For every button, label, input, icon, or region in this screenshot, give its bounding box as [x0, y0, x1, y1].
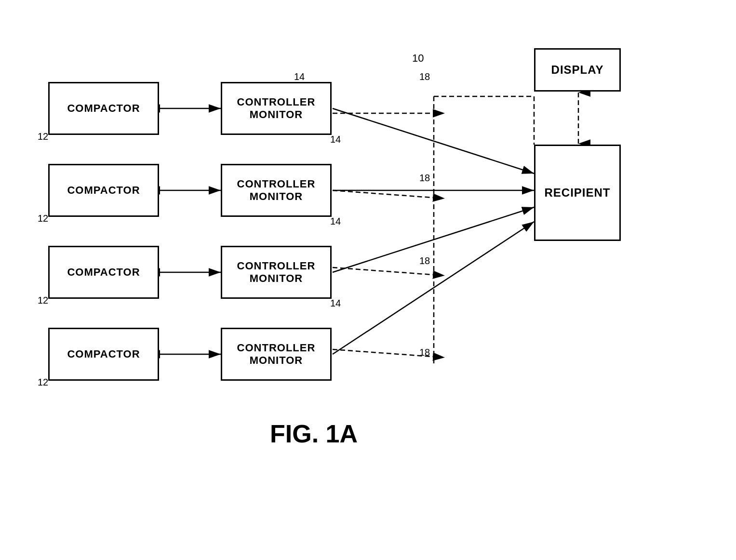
- compactor-2: COMPACTOR: [48, 164, 159, 217]
- display-box: DISPLAY: [534, 48, 621, 92]
- label-12-4: 12: [38, 377, 48, 388]
- recipient-box: RECIPIENT: [534, 145, 621, 241]
- label-18-3: 18: [419, 255, 430, 267]
- label-14-3: 14: [330, 216, 341, 227]
- label-14-2: 14: [330, 134, 341, 145]
- svg-line-18: [333, 190, 433, 198]
- svg-line-15: [333, 222, 534, 354]
- controller-1: CONTROLLER MONITOR: [221, 82, 332, 135]
- controller-2: CONTROLLER MONITOR: [221, 164, 332, 217]
- label-12-3: 12: [38, 295, 48, 306]
- label-18-1: 18: [419, 71, 430, 82]
- svg-line-20: [333, 349, 433, 357]
- label-12-2: 12: [38, 213, 48, 224]
- label-18-2: 18: [419, 173, 430, 184]
- compactor-3: COMPACTOR: [48, 246, 159, 299]
- svg-line-14: [333, 207, 534, 272]
- label-10: 10: [412, 52, 424, 65]
- diagram-container: COMPACTOR CONTROLLER MONITOR COMPACTOR C…: [0, 0, 736, 560]
- label-14-1: 14: [294, 71, 305, 82]
- compactor-4: COMPACTOR: [48, 328, 159, 381]
- controller-3: CONTROLLER MONITOR: [221, 246, 332, 299]
- label-18-4: 18: [419, 347, 430, 358]
- label-12-1: 12: [38, 131, 48, 142]
- svg-line-12: [333, 108, 534, 173]
- compactor-1: COMPACTOR: [48, 82, 159, 135]
- figure-label: FIG. 1A: [270, 419, 358, 448]
- svg-line-19: [333, 267, 433, 275]
- label-14-4: 14: [330, 298, 341, 309]
- controller-4: CONTROLLER MONITOR: [221, 328, 332, 381]
